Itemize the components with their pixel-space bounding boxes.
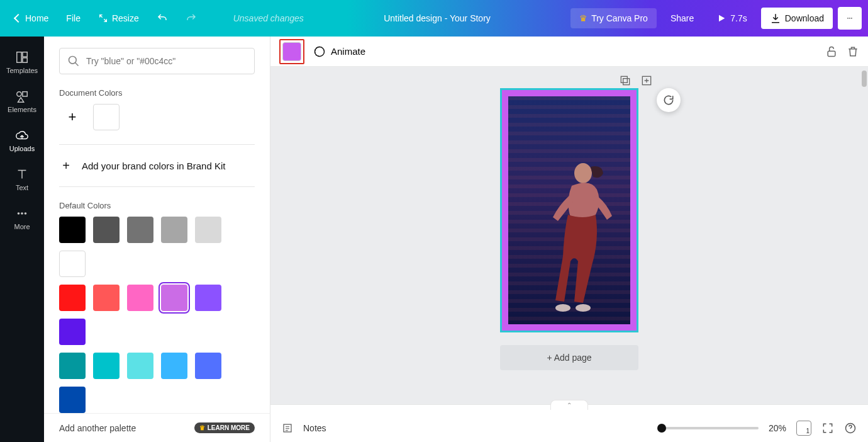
vertical-scrollbar[interactable] [862,71,867,87]
add-page-button[interactable]: + Add page [500,345,638,370]
ellipsis-icon [847,12,853,25]
page-indicator[interactable]: 1 [796,421,811,436]
brand-kit-label: Add your brand colors in Brand Kit [82,161,225,171]
brand-kit-button[interactable]: + Add your brand colors in Brand Kit [59,159,255,173]
color-swatch[interactable] [59,251,86,277]
color-swatch[interactable] [93,104,120,130]
editor: Animate [270,37,868,442]
document-colors-label: Document Colors [59,88,255,98]
color-swatch[interactable] [93,217,120,243]
more-icon [15,207,29,220]
color-swatch[interactable] [59,217,86,243]
page-canvas[interactable] [500,88,638,332]
learn-more-button[interactable]: ♛LEARN MORE [194,422,255,433]
add-page-icon[interactable] [640,74,653,87]
duration-label: 7.7s [730,13,747,23]
color-swatch[interactable] [195,353,221,379]
file-button[interactable]: File [60,8,87,28]
page-image[interactable] [508,96,630,324]
color-swatch[interactable] [195,217,221,243]
lock-icon[interactable] [825,45,838,58]
color-button-highlight [279,39,304,64]
panel-footer: Add another palette ♛LEARN MORE [44,413,270,442]
download-icon [770,13,781,24]
svg-point-8 [18,212,20,215]
more-button[interactable] [838,7,862,30]
add-color-swatch[interactable]: + [59,104,86,130]
horizontal-scroll[interactable]: ⌃ [270,404,868,414]
color-swatch[interactable] [93,285,120,311]
context-toolbar: Animate [270,37,868,67]
add-page-label: + Add page [547,353,591,363]
topbar-right: ♛ Try Canva Pro Share 7.7s Download [570,7,868,30]
color-swatch[interactable] [127,285,153,311]
share-button[interactable]: Share [662,8,703,28]
chevron-left-icon [14,14,23,23]
design-title[interactable]: Untitled design - Your Story [304,13,570,23]
color-swatch[interactable] [161,217,187,243]
nav-text[interactable]: Text [0,161,44,198]
color-swatch[interactable] [161,353,187,379]
main-area: Templates Elements Uploads Text More Doc… [0,37,868,442]
color-swatch[interactable] [59,285,86,311]
resize-button[interactable]: Resize [92,8,145,28]
color-swatch[interactable] [59,387,86,413]
refresh-fab[interactable] [657,88,681,112]
svg-rect-4 [23,52,27,57]
zoom-slider[interactable] [658,427,759,429]
color-search[interactable] [59,48,255,74]
nav-templates-label: Templates [6,67,38,74]
collapse-handle[interactable]: ⌃ [550,400,588,410]
nav-text-label: Text [16,184,28,191]
svg-point-19 [576,304,591,312]
nav-more[interactable]: More [0,200,44,237]
animate-button[interactable]: Animate [313,45,365,58]
background-color-button[interactable] [282,42,301,61]
nav-uploads[interactable]: Uploads [0,122,44,159]
play-icon [716,13,726,23]
play-button[interactable]: 7.7s [708,8,755,28]
default-colors-grid [59,217,255,413]
uploads-icon [15,128,29,142]
svg-rect-14 [621,76,627,82]
svg-point-2 [851,18,852,19]
home-button[interactable]: Home [9,8,55,28]
svg-point-10 [25,212,27,215]
color-swatch[interactable] [59,319,86,345]
color-swatch[interactable] [59,353,86,379]
file-label: File [66,13,81,23]
notes-button[interactable]: Notes [303,423,326,433]
color-panel: Document Colors + + Add your brand color… [44,37,270,442]
help-icon[interactable] [844,422,857,434]
redo-button[interactable] [179,8,203,29]
color-swatch[interactable] [93,353,120,379]
nav-elements[interactable]: Elements [0,83,44,120]
color-swatch[interactable] [161,285,187,311]
undo-button[interactable] [150,8,174,29]
duplicate-page-icon[interactable] [619,74,632,87]
page-tools [619,74,653,87]
document-colors-row: + [59,104,255,130]
color-swatch[interactable] [127,353,153,379]
download-button[interactable]: Download [761,8,833,29]
canvas-area[interactable]: + Add page [270,67,868,404]
color-swatch[interactable] [195,285,221,311]
zoom-value[interactable]: 20% [769,423,786,433]
color-swatch[interactable] [127,217,153,243]
add-palette-button[interactable]: Add another palette [59,423,136,433]
trash-icon[interactable] [847,45,859,58]
svg-rect-13 [828,51,835,56]
color-search-input[interactable] [86,56,247,66]
nav-templates[interactable]: Templates [0,44,44,81]
svg-point-18 [555,304,570,312]
dancer-figure [534,154,622,318]
fullscreen-icon[interactable] [821,422,834,434]
templates-icon [15,50,29,64]
animate-label: Animate [331,46,365,57]
svg-point-17 [574,163,592,183]
zoom-thumb[interactable] [657,424,666,433]
svg-point-1 [849,18,850,19]
try-pro-button[interactable]: ♛ Try Canva Pro [570,8,657,28]
unsaved-label: Unsaved changes [233,13,304,23]
refresh-icon [662,94,675,106]
